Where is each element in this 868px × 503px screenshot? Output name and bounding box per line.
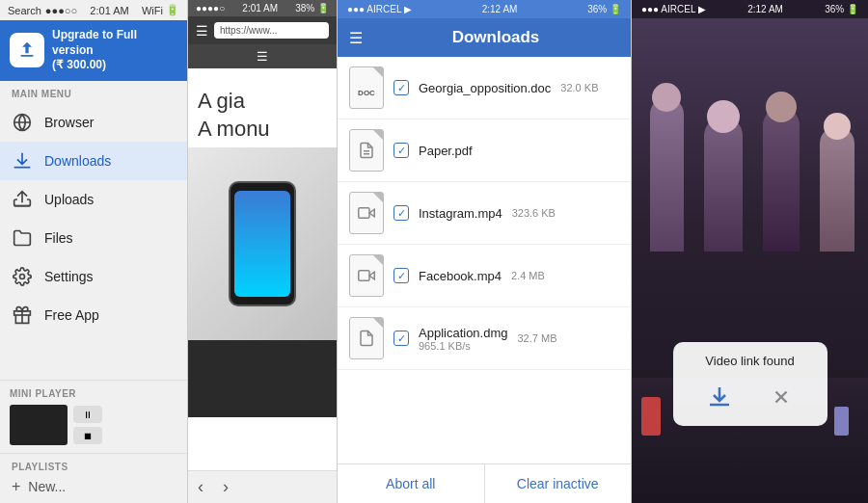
browser-panel: ●●●●○ 2:01 AM 38% 🔋 ☰ https://www... ☰ A… bbox=[188, 0, 338, 503]
people-figures bbox=[641, 19, 863, 252]
sidebar-item-browser[interactable]: Browser bbox=[0, 103, 187, 142]
file-info-3: Instagram.mp4 bbox=[419, 206, 502, 221]
browser-nav-bar: ‹ › bbox=[188, 470, 337, 503]
downloads-title: Downloads bbox=[372, 28, 619, 47]
browser-label: Browser bbox=[44, 115, 94, 130]
upgrade-icon bbox=[10, 33, 44, 67]
statusbar-panel2: ●●●●○ 2:01 AM 38% 🔋 bbox=[188, 0, 337, 16]
p3-carrier: ●●● AIRCEL ▶ bbox=[347, 4, 412, 14]
file-name-4: Facebook.mp4 bbox=[419, 269, 502, 283]
sidebar-item-free-app[interactable]: Free App bbox=[0, 296, 187, 334]
player-thumbnail bbox=[10, 405, 68, 445]
doc-file-icon: DOC bbox=[349, 66, 384, 109]
checkbox-2[interactable]: ✓ bbox=[393, 143, 409, 158]
svg-rect-10 bbox=[359, 271, 369, 281]
sidebar-item-files[interactable]: Files bbox=[0, 219, 187, 257]
browser-content: A gia A monu bbox=[188, 68, 337, 470]
upgrade-banner[interactable]: Upgrade to Full version (₹ 300.00) bbox=[0, 20, 187, 81]
statusbar-panel1: Search ●●●○○ 2:01 AM WiFi 🔋 bbox=[0, 0, 187, 20]
hamburger-icon[interactable]: ☰ bbox=[196, 23, 208, 39]
mini-player-section: MINI PLAYER ⏸ ⏹ bbox=[0, 380, 187, 453]
phone-mockup-image bbox=[188, 147, 337, 340]
clear-inactive-button[interactable]: Clear inactive bbox=[485, 464, 632, 503]
checkbox-3[interactable]: ✓ bbox=[393, 205, 409, 221]
p3-battery: 36% 🔋 bbox=[587, 4, 621, 14]
stop-button[interactable]: ⏹ bbox=[73, 427, 102, 444]
p4-battery: 36% 🔋 bbox=[825, 4, 858, 14]
dark-content-section bbox=[188, 340, 337, 417]
file-info-2: Paper.pdf bbox=[419, 144, 473, 158]
video-link-title: Video link found bbox=[689, 354, 812, 368]
checkbox-4[interactable]: ✓ bbox=[393, 268, 409, 283]
plus-icon: + bbox=[12, 478, 20, 495]
main-menu-label: MAIN MENU bbox=[0, 81, 187, 103]
head-2 bbox=[707, 100, 740, 133]
file-name-5: Application.dmg bbox=[419, 326, 508, 340]
phone-device bbox=[229, 181, 296, 306]
downloads-menu-icon[interactable]: ☰ bbox=[349, 29, 363, 47]
file-info-4: Facebook.mp4 bbox=[419, 269, 502, 283]
dmg-file-icon bbox=[349, 317, 384, 359]
download-item-4[interactable]: ✓ Facebook.mp4 2.4 MB bbox=[338, 245, 631, 307]
download-item-1[interactable]: DOC ✓ Georgia_opposition.doc 32.0 KB bbox=[338, 57, 631, 119]
p3-time: 2:12 AM bbox=[482, 4, 518, 14]
files-label: Files bbox=[44, 230, 73, 246]
file-size-1: 32.0 KB bbox=[560, 82, 598, 93]
svg-point-2 bbox=[20, 274, 25, 278]
abort-all-button[interactable]: Abort all bbox=[338, 464, 485, 503]
video-popup-close-button[interactable] bbox=[764, 380, 799, 414]
svg-rect-8 bbox=[359, 208, 369, 219]
free-app-label: Free App bbox=[44, 307, 99, 323]
settings-label: Settings bbox=[44, 269, 94, 284]
video-background bbox=[632, 0, 868, 503]
video-panel: ●●● AIRCEL ▶ 2:12 AM 36% 🔋 bbox=[632, 0, 868, 503]
p4-carrier: ●●● AIRCEL ▶ bbox=[641, 4, 706, 14]
svg-marker-9 bbox=[369, 272, 374, 279]
menu-icon-p2[interactable]: ☰ bbox=[257, 49, 268, 64]
globe-icon bbox=[12, 112, 33, 133]
forward-button[interactable]: › bbox=[223, 477, 229, 497]
sidebar-panel: Search ●●●○○ 2:01 AM WiFi 🔋 Upgrade to F… bbox=[0, 0, 188, 503]
gear-icon bbox=[12, 266, 33, 287]
person-3 bbox=[763, 107, 800, 252]
sidebar-item-downloads[interactable]: Downloads bbox=[0, 142, 187, 180]
head-1 bbox=[652, 83, 681, 112]
player-buttons: ⏸ ⏹ bbox=[73, 406, 102, 444]
file-name-3: Instagram.mp4 bbox=[419, 206, 502, 221]
browser-page-text: A gia A monu bbox=[188, 68, 337, 147]
file-name-1: Georgia_opposition.doc bbox=[419, 81, 551, 95]
new-playlist-button[interactable]: + New... bbox=[12, 478, 176, 495]
p2-battery: 38% 🔋 bbox=[295, 3, 329, 13]
pause-button[interactable]: ⏸ bbox=[73, 406, 102, 423]
p2-time: 2:01 AM bbox=[242, 3, 278, 13]
url-bar[interactable]: https://www... bbox=[214, 22, 329, 39]
back-button[interactable]: ‹ bbox=[198, 477, 203, 497]
sidebar-item-uploads[interactable]: Uploads bbox=[0, 180, 187, 219]
browser-toolbar: ☰ https://www... bbox=[188, 16, 337, 44]
person-4 bbox=[820, 126, 854, 252]
statusbar-panel4: ●●● AIRCEL ▶ 2:12 AM 36% 🔋 bbox=[632, 0, 868, 18]
download-speed: 965.1 KB/s bbox=[419, 340, 508, 352]
download-icon bbox=[12, 150, 33, 172]
downloads-footer: Abort all Clear inactive bbox=[338, 463, 631, 503]
download-item-3[interactable]: ✓ Instagram.mp4 323.6 KB bbox=[338, 182, 631, 245]
status-right: WiFi 🔋 bbox=[142, 4, 179, 16]
video-download-button[interactable] bbox=[702, 380, 737, 414]
mini-player-controls: ⏸ ⏹ bbox=[10, 405, 177, 445]
checkbox-1[interactable]: ✓ bbox=[393, 80, 409, 95]
gift-icon bbox=[12, 304, 33, 326]
wifi-icon: WiFi bbox=[142, 5, 163, 16]
upgrade-text: Upgrade to Full version (₹ 300.00) bbox=[52, 28, 177, 73]
download-item-5[interactable]: ✓ Application.dmg 965.1 KB/s 32.7 MB bbox=[338, 307, 631, 370]
file-size-5: 32.7 MB bbox=[518, 332, 557, 344]
file-name-2: Paper.pdf bbox=[419, 144, 473, 158]
checkbox-5[interactable]: ✓ bbox=[393, 331, 409, 346]
video-file-icon-1 bbox=[349, 192, 384, 234]
sidebar-item-settings[interactable]: Settings bbox=[0, 257, 187, 296]
playlists-label: PLAYLISTS bbox=[12, 462, 176, 472]
person-1 bbox=[650, 97, 684, 252]
video-link-actions bbox=[689, 380, 812, 414]
phone-screen bbox=[234, 191, 290, 297]
statusbar-panel3: ●●● AIRCEL ▶ 2:12 AM 36% 🔋 bbox=[338, 0, 631, 18]
download-item-2[interactable]: ✓ Paper.pdf bbox=[338, 119, 631, 182]
